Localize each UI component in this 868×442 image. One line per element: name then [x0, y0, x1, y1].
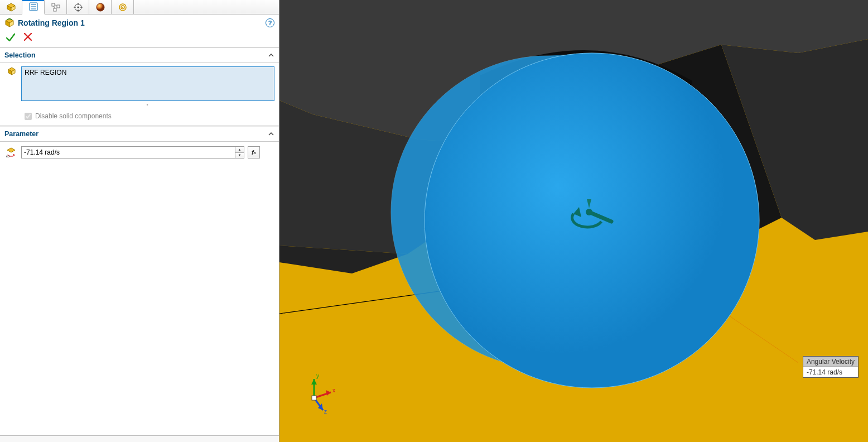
cube-yellow-icon	[7, 3, 16, 12]
callout-value[interactable]: -71.14 rad/s	[803, 367, 859, 378]
spinner-up[interactable]: ▲	[235, 147, 244, 153]
disable-solid-checkbox[interactable]: Disable solid components	[25, 112, 274, 120]
section-header-selection[interactable]: Selection	[0, 47, 279, 63]
disable-solid-input[interactable]	[25, 113, 32, 120]
chevron-up-icon	[268, 52, 274, 59]
svg-marker-29	[7, 148, 15, 152]
property-panel: Rotating Region 1 ? Selection RRF REGION…	[0, 0, 279, 442]
cancel-x-icon[interactable]	[23, 32, 32, 41]
scene: y x z	[279, 0, 868, 442]
resize-grip-icon[interactable]: •	[21, 101, 274, 108]
svg-point-13	[77, 7, 79, 8]
svg-line-10	[55, 4, 57, 6]
svg-rect-9	[54, 8, 56, 11]
callout-title: Angular Velocity	[803, 356, 859, 367]
fx-dependency-button[interactable]: fx	[248, 146, 260, 158]
svg-text:ω: ω	[6, 153, 9, 158]
tab-dimxpert[interactable]	[67, 0, 89, 15]
selection-list[interactable]: RRF REGION	[21, 66, 274, 101]
panel-actions	[0, 30, 279, 47]
section-title: Selection	[4, 51, 268, 59]
graphics-viewport[interactable]: ▸	[279, 0, 868, 442]
svg-rect-7	[52, 3, 55, 6]
panel-tab-bar	[0, 0, 279, 15]
angular-velocity-icon: ω	[5, 146, 17, 158]
triad-x-label: x	[332, 387, 335, 393]
triad-y-label: y	[316, 373, 319, 379]
panel-title: Rotating Region 1	[18, 18, 266, 27]
tab-display-manager[interactable]	[89, 0, 112, 15]
crosshair-icon	[74, 3, 83, 12]
tab-flow-sim[interactable]	[112, 0, 134, 15]
tab-feature-manager[interactable]	[0, 0, 22, 15]
triad-z-label: z	[324, 409, 327, 415]
svg-point-39	[425, 53, 759, 388]
spinner: ▲ ▼	[235, 147, 244, 158]
flow-target-icon	[118, 3, 127, 12]
svg-point-21	[122, 7, 123, 8]
angular-velocity-input-wrap: ▲ ▼	[21, 146, 244, 158]
spinner-down[interactable]: ▼	[235, 153, 244, 158]
component-icon	[7, 66, 17, 76]
tab-property-manager[interactable]	[22, 0, 45, 15]
panel-footer	[0, 435, 279, 442]
angular-velocity-callout[interactable]: Angular Velocity -71.14 rad/s	[803, 356, 859, 378]
tab-configuration-manager[interactable]	[45, 0, 67, 15]
disable-solid-label: Disable solid components	[35, 112, 112, 120]
ok-check-icon[interactable]	[6, 32, 16, 42]
appearance-sphere-icon	[96, 3, 105, 12]
svg-point-18	[97, 3, 104, 11]
parameter-body: ω ▲ ▼ fx	[0, 142, 279, 163]
svg-rect-50	[312, 396, 316, 400]
section-title: Parameter	[4, 130, 268, 138]
angular-velocity-input[interactable]	[22, 147, 235, 158]
svg-point-42	[586, 209, 592, 215]
selection-item[interactable]: RRF REGION	[25, 69, 271, 76]
rotating-region-icon	[4, 18, 15, 28]
svg-line-11	[54, 6, 55, 8]
chevron-up-icon	[268, 131, 274, 137]
help-icon[interactable]: ?	[266, 18, 274, 27]
config-tree-icon	[51, 3, 60, 12]
section-header-parameter[interactable]: Parameter	[0, 126, 279, 142]
svg-rect-8	[57, 5, 60, 8]
selection-body: RRF REGION • Disable solid components	[0, 63, 279, 126]
properties-icon	[29, 2, 38, 11]
panel-header: Rotating Region 1 ?	[0, 15, 279, 30]
